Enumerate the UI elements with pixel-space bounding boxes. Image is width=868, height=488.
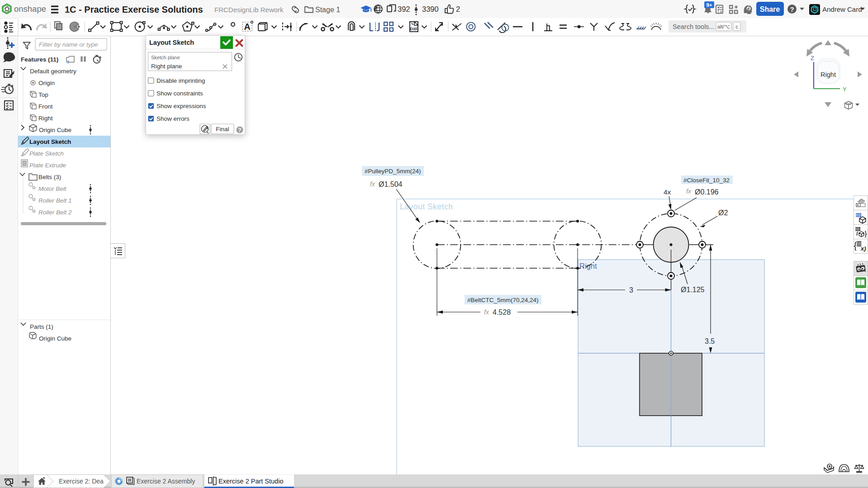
svg-text:Plate Extrude: Plate Extrude [29, 162, 66, 169]
svg-text:Sketch plane: Sketch plane [151, 55, 180, 60]
svg-text:d: d [747, 7, 750, 11]
svg-text:c: c [735, 24, 738, 29]
svg-text:Layout Sketch: Layout Sketch [29, 138, 71, 145]
svg-text:Exercise 2 Assembly: Exercise 2 Assembly [137, 478, 195, 485]
svg-text:Ø2: Ø2 [718, 209, 728, 217]
svg-text:Plate Sketch: Plate Sketch [29, 150, 64, 157]
svg-text:Roller Belt 1: Roller Belt 1 [38, 197, 72, 204]
svg-text:Show errors: Show errors [157, 115, 190, 122]
svg-text:Exercise 2: Dea: Exercise 2: Dea [59, 478, 104, 485]
svg-text:Show expressions: Show expressions [157, 103, 206, 109]
svg-text:x): x) [860, 245, 866, 252]
svg-text:3390: 3390 [422, 5, 439, 13]
svg-text:fx: fx [484, 308, 489, 316]
svg-text:alt/⌥: alt/⌥ [717, 24, 730, 29]
svg-text:4x: 4x [664, 188, 671, 196]
svg-text:FRCDesignLib Rework: FRCDesignLib Rework [214, 6, 284, 14]
svg-text:392: 392 [398, 5, 410, 13]
svg-text:Exercise 2 Part Studio: Exercise 2 Part Studio [218, 478, 283, 485]
svg-text:Right plane: Right plane [151, 63, 182, 70]
svg-text:Top: Top [38, 91, 48, 98]
svg-text:Right: Right [38, 115, 53, 122]
svg-text:#CloseFit_10_32: #CloseFit_10_32 [683, 177, 730, 184]
svg-text:Origin Cube: Origin Cube [39, 335, 71, 342]
svg-text:Ø1.125: Ø1.125 [681, 286, 705, 294]
svg-text:?: ? [790, 5, 794, 13]
svg-text:Features (11): Features (11) [21, 56, 58, 63]
svg-text:?: ? [238, 127, 241, 133]
svg-text:Share: Share [760, 5, 780, 13]
svg-text:Front: Front [38, 103, 53, 110]
svg-text:Y: Y [843, 86, 847, 93]
svg-text:Search tools...: Search tools... [673, 23, 715, 30]
svg-text:Ø0.196: Ø0.196 [695, 188, 719, 196]
svg-text:Right: Right [821, 71, 836, 78]
svg-text:Ø1.504: Ø1.504 [379, 180, 403, 188]
svg-text:Andrew Card: Andrew Card [822, 5, 862, 13]
svg-text:Motor Belt: Motor Belt [38, 185, 67, 192]
svg-text:Parts (1): Parts (1) [30, 323, 53, 330]
svg-text:2: 2 [456, 5, 460, 13]
svg-text:A: A [244, 22, 250, 32]
svg-text:3: 3 [629, 286, 633, 294]
svg-text:3.5: 3.5 [705, 337, 715, 345]
svg-text:DXF: DXF [410, 27, 418, 31]
svg-text:Final: Final [216, 126, 229, 133]
svg-text:1C - Practice Exercise Solutio: 1C - Practice Exercise Solutions [65, 5, 203, 14]
svg-text:Z: Z [811, 55, 814, 62]
svg-text:Belts (3): Belts (3) [38, 174, 61, 180]
svg-text:Filter by name or type: Filter by name or type [39, 41, 98, 48]
svg-text:Disable imprinting: Disable imprinting [157, 77, 205, 84]
svg-text:Layout Sketch: Layout Sketch [400, 202, 453, 211]
svg-text:onshape: onshape [14, 4, 46, 14]
svg-text:#PulleyPD_5mm(24): #PulleyPD_5mm(24) [365, 168, 421, 175]
svg-text:Layout Sketch: Layout Sketch [149, 39, 194, 46]
svg-text:9+: 9+ [706, 2, 712, 8]
svg-text:Origin Cube: Origin Cube [39, 127, 71, 133]
svg-text:Origin: Origin [38, 80, 55, 86]
svg-text:#BeltCTC_5mm(70,24,24): #BeltCTC_5mm(70,24,24) [467, 297, 539, 303]
svg-text:Stage 1: Stage 1 [315, 6, 340, 14]
svg-text:Default geometry: Default geometry [30, 68, 76, 75]
svg-text:4.528: 4.528 [493, 308, 511, 316]
svg-text:fx: fx [370, 180, 375, 188]
svg-text:fx: fx [686, 188, 692, 195]
svg-text:Show constraints: Show constraints [157, 90, 203, 97]
svg-text:Roller Belt 2: Roller Belt 2 [38, 209, 72, 216]
